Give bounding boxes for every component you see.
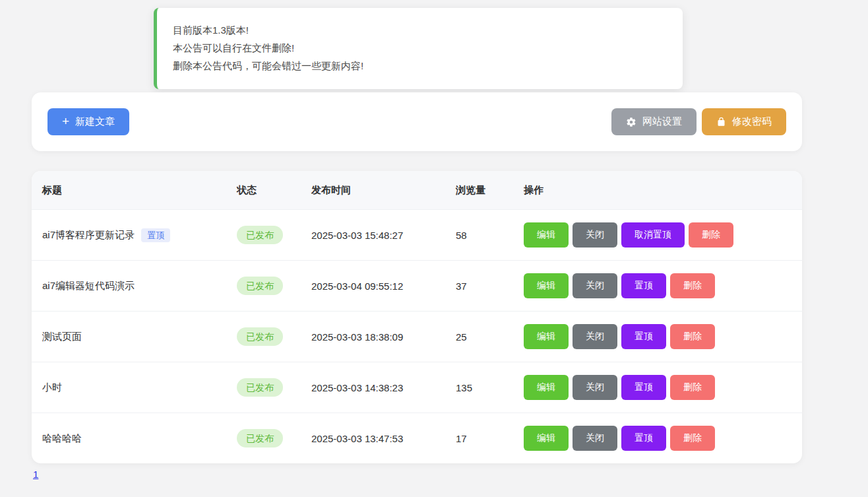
table-row: ai7博客程序更新记录 置顶 已发布 2025-03-03 15:48:27 5… (32, 209, 802, 260)
article-title: 小时 (42, 381, 62, 394)
views-count: 25 (456, 331, 524, 343)
table-row: 哈哈哈哈 已发布 2025-03-03 13:47:53 17 编辑 关闭 置顶… (32, 413, 802, 463)
edit-button[interactable]: 编辑 (524, 222, 569, 248)
table-row: ai7编辑器短代码演示 已发布 2025-03-04 09:55:12 37 编… (32, 260, 802, 311)
close-button[interactable]: 关闭 (573, 426, 617, 451)
announcement-line: 本公告可以自行在文件删除! (173, 39, 667, 57)
close-button[interactable]: 关闭 (573, 324, 617, 349)
toolbar-right-group: 网站设置 修改密码 (611, 108, 786, 135)
publish-time: 2025-03-03 18:38:09 (311, 331, 456, 343)
page-link-1[interactable]: 1 (33, 469, 38, 480)
status-badge: 已发布 (237, 378, 283, 397)
status-badge: 已发布 (237, 226, 283, 244)
header-views: 浏览量 (456, 184, 524, 197)
views-count: 135 (456, 382, 524, 393)
admin-page: 目前版本1.3版本! 本公告可以自行在文件删除! 删除本公告代码，可能会错过一些… (0, 0, 868, 497)
edit-button[interactable]: 编辑 (524, 324, 569, 349)
status-badge: 已发布 (237, 277, 283, 295)
delete-button[interactable]: 删除 (670, 273, 715, 298)
status-badge: 已发布 (237, 327, 283, 346)
table-row: 小时 已发布 2025-03-03 14:38:23 135 编辑 关闭 置顶 … (32, 362, 802, 413)
header-publish-time: 发布时间 (311, 184, 456, 197)
delete-button[interactable]: 删除 (670, 375, 715, 400)
gear-icon (626, 117, 636, 127)
pin-button[interactable]: 置顶 (621, 375, 666, 400)
table-row: 测试页面 已发布 2025-03-03 18:38:09 25 编辑 关闭 置顶… (32, 311, 802, 362)
pin-button[interactable]: 置顶 (621, 273, 666, 298)
new-article-button[interactable]: + 新建文章 (47, 108, 129, 135)
toolbar-card: + 新建文章 网站设置 修改密码 (32, 92, 802, 151)
header-actions: 操作 (524, 184, 791, 197)
delete-button[interactable]: 删除 (689, 222, 733, 248)
table-body: ai7博客程序更新记录 置顶 已发布 2025-03-03 15:48:27 5… (32, 209, 802, 463)
publish-time: 2025-03-03 14:38:23 (311, 382, 456, 393)
table-header-row: 标题 状态 发布时间 浏览量 操作 (32, 171, 802, 209)
views-count: 37 (456, 281, 524, 292)
edit-button[interactable]: 编辑 (524, 426, 569, 451)
close-button[interactable]: 关闭 (573, 273, 617, 298)
change-password-label: 修改密码 (732, 116, 772, 128)
announcement-banner: 目前版本1.3版本! 本公告可以自行在文件删除! 删除本公告代码，可能会错过一些… (154, 8, 683, 89)
article-title: 哈哈哈哈 (42, 432, 82, 445)
delete-button[interactable]: 删除 (670, 426, 715, 451)
site-settings-button[interactable]: 网站设置 (611, 108, 697, 135)
close-button[interactable]: 关闭 (573, 375, 617, 400)
publish-time: 2025-03-03 15:48:27 (311, 230, 456, 241)
pin-button[interactable]: 取消置顶 (621, 222, 685, 248)
status-badge: 已发布 (237, 429, 283, 447)
publish-time: 2025-03-03 13:47:53 (311, 433, 456, 444)
plus-icon: + (62, 115, 69, 127)
site-settings-label: 网站设置 (642, 116, 682, 128)
pin-button[interactable]: 置顶 (621, 426, 666, 451)
edit-button[interactable]: 编辑 (524, 375, 569, 400)
change-password-button[interactable]: 修改密码 (702, 108, 786, 135)
close-button[interactable]: 关闭 (573, 222, 617, 248)
article-title: 测试页面 (42, 331, 82, 343)
edit-button[interactable]: 编辑 (524, 273, 569, 298)
lock-icon (716, 117, 726, 127)
announcement-line: 目前版本1.3版本! (173, 21, 667, 39)
views-count: 58 (456, 230, 524, 241)
header-title: 标题 (42, 184, 237, 197)
pin-button[interactable]: 置顶 (621, 324, 666, 349)
delete-button[interactable]: 删除 (670, 324, 715, 349)
announcement-line: 删除本公告代码，可能会错过一些更新内容! (173, 57, 667, 75)
pagination: 1 (33, 469, 38, 480)
article-title: ai7编辑器短代码演示 (42, 280, 135, 292)
header-status: 状态 (237, 184, 311, 197)
article-title: ai7博客程序更新记录 (42, 229, 135, 242)
articles-table: 标题 状态 发布时间 浏览量 操作 ai7博客程序更新记录 置顶 已发布 202… (32, 171, 802, 463)
pinned-badge: 置顶 (141, 228, 170, 242)
views-count: 17 (456, 433, 524, 444)
publish-time: 2025-03-04 09:55:12 (311, 281, 456, 292)
new-article-label: 新建文章 (75, 116, 115, 128)
